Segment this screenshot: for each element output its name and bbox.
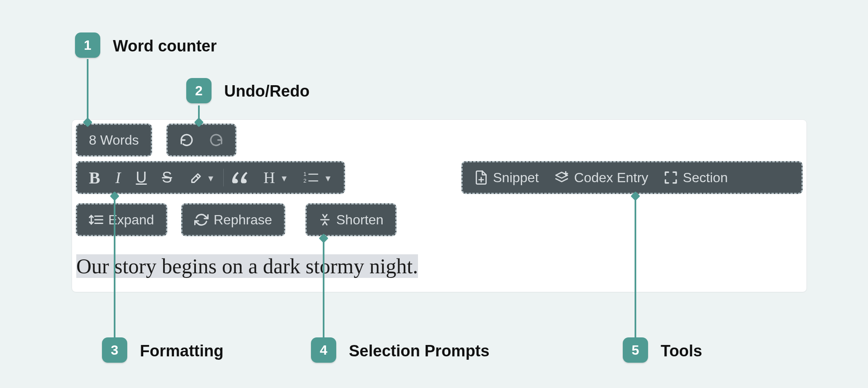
codex-entry-button[interactable]: Codex Entry — [547, 162, 656, 193]
rephrase-button[interactable]: Rephrase — [187, 205, 280, 235]
highlight-button[interactable]: ▼ — [179, 162, 222, 193]
expand-icon — [89, 213, 103, 227]
callout-label-word-counter: Word counter — [113, 37, 217, 55]
connector-line — [635, 196, 636, 337]
chevron-down-icon: ▼ — [280, 174, 289, 183]
connector-line — [87, 59, 88, 122]
section-label: Section — [683, 170, 728, 186]
selected-text[interactable]: Our story begins on a dark stormy night. — [76, 254, 418, 278]
snippet-label: Snippet — [493, 170, 539, 186]
editor-selected-text[interactable]: Our story begins on a dark stormy night. — [76, 255, 418, 278]
tools-group: Snippet Codex Entry Section — [461, 161, 803, 194]
snippet-button[interactable]: Snippet — [467, 162, 547, 193]
codex-label: Codex Entry — [574, 170, 648, 186]
layers-plus-icon — [554, 170, 569, 185]
heading-icon: H — [263, 168, 275, 187]
svg-text:1: 1 — [303, 171, 306, 177]
expand-group: Expand — [76, 203, 167, 236]
shorten-button[interactable]: Shorten — [311, 205, 391, 235]
section-icon — [664, 170, 678, 185]
callout-badge-5: 5 — [623, 337, 648, 363]
section-button[interactable]: Section — [656, 162, 736, 193]
quote-icon — [232, 171, 248, 184]
strikethrough-button[interactable]: S — [154, 162, 179, 193]
blockquote-button[interactable] — [225, 162, 256, 193]
callout-label-tools: Tools — [661, 342, 702, 360]
annotated-editor-screenshot: Our story begins on a dark stormy night.… — [0, 0, 868, 388]
expand-button[interactable]: Expand — [81, 205, 162, 235]
formatting-group: B I U S ▼ H ▼ 12 — [76, 161, 345, 194]
callout-badge-1: 1 — [75, 32, 100, 58]
refresh-icon — [194, 213, 209, 227]
chevron-down-icon: ▼ — [206, 174, 215, 183]
underline-button[interactable]: U — [128, 162, 154, 193]
shorten-label: Shorten — [336, 212, 383, 228]
word-count-group: 8 Words — [76, 124, 152, 156]
callout-badge-3: 3 — [102, 337, 127, 363]
bold-button[interactable]: B — [81, 162, 108, 193]
heading-button[interactable]: H ▼ — [256, 162, 296, 193]
file-plus-icon — [474, 170, 488, 185]
ordered-list-icon: 12 — [303, 171, 319, 184]
redo-icon — [209, 133, 223, 147]
undo-redo-group — [166, 124, 236, 156]
list-button[interactable]: 12 ▼ — [296, 162, 340, 193]
callout-badge-2: 2 — [186, 78, 212, 103]
collapse-icon — [319, 213, 331, 227]
separator — [223, 169, 224, 186]
underline-icon: U — [136, 169, 147, 186]
undo-button[interactable] — [172, 125, 201, 155]
strikethrough-icon: S — [162, 169, 172, 186]
callout-badge-4: 4 — [311, 337, 336, 363]
svg-text:2: 2 — [303, 178, 306, 184]
italic-button[interactable]: I — [108, 162, 129, 193]
undo-icon — [179, 133, 194, 147]
connector-line — [114, 196, 115, 337]
connector-line — [323, 238, 324, 337]
callout-label-selection-prompts: Selection Prompts — [349, 342, 490, 360]
bold-icon: B — [89, 168, 100, 188]
italic-icon: I — [115, 168, 121, 187]
rephrase-label: Rephrase — [214, 212, 272, 228]
shorten-group: Shorten — [305, 203, 396, 236]
chevron-down-icon: ▼ — [324, 174, 332, 183]
word-count[interactable]: 8 Words — [81, 125, 147, 155]
callout-label-undo-redo: Undo/Redo — [224, 82, 310, 100]
highlighter-icon — [187, 170, 201, 185]
callout-label-formatting: Formatting — [140, 342, 223, 360]
redo-button[interactable] — [201, 125, 231, 155]
rephrase-group: Rephrase — [181, 203, 285, 236]
